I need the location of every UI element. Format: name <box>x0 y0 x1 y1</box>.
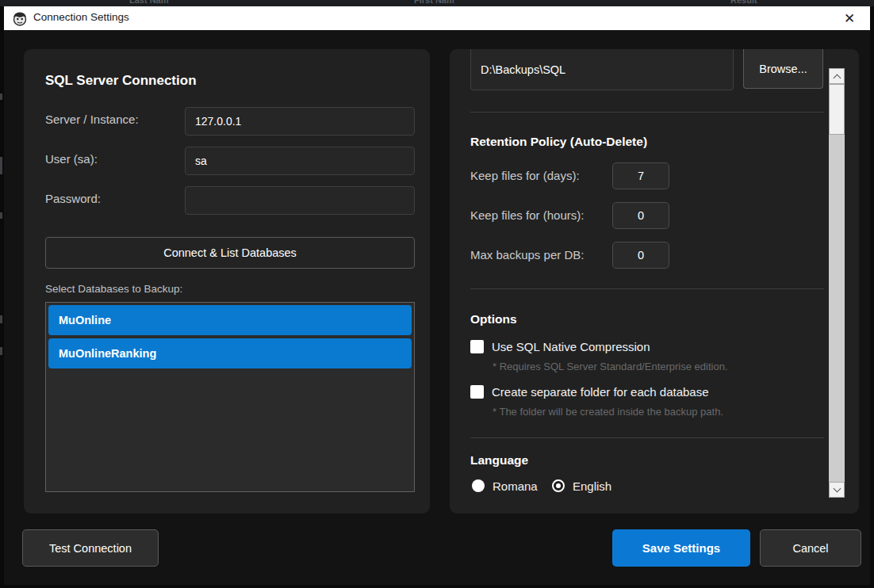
separate-folder-note: * The folder will be created inside the … <box>493 406 723 418</box>
language-heading: Language <box>470 453 528 468</box>
keep-days-input[interactable]: 7 <box>612 162 669 189</box>
compression-note: * Requires SQL Server Standard/Enterpris… <box>493 361 728 372</box>
keep-hours-label: Keep files for (hours): <box>470 208 584 222</box>
test-connection-button[interactable]: Test Connection <box>22 529 159 567</box>
backup-path-input[interactable] <box>470 49 734 90</box>
keep-hours-input[interactable]: 0 <box>612 202 669 229</box>
close-icon[interactable]: ✕ <box>838 8 861 29</box>
cancel-button[interactable]: Cancel <box>760 529 861 567</box>
radio-english-label: English <box>573 479 611 493</box>
database-list-label: Select Databases to Backup: <box>45 283 182 295</box>
window-edge-artifact <box>0 94 2 100</box>
window-title: Connection Settings <box>33 11 129 23</box>
background-window-strip: Last Nam First Nam Result <box>0 0 874 6</box>
window-edge-artifact <box>0 347 2 355</box>
max-backups-label: Max backups per DB: <box>470 248 584 262</box>
radio-romana[interactable] <box>472 479 485 492</box>
scroll-down-button[interactable] <box>829 482 845 498</box>
password-label: Password: <box>45 192 101 205</box>
app-icon <box>11 10 29 27</box>
compression-checkbox[interactable] <box>470 340 484 353</box>
password-input[interactable] <box>185 186 415 215</box>
options-heading: Options <box>470 312 517 326</box>
backup-settings-panel: Browse... Retention Policy (Auto-Delete)… <box>450 49 859 514</box>
database-list-item-selected[interactable]: MuOnlineRanking <box>48 338 412 368</box>
window-edge-artifact <box>0 212 2 219</box>
separate-folder-label: Create separate folder for each database <box>492 385 709 399</box>
panel-heading: SQL Server Connection <box>45 73 197 89</box>
connect-list-databases-button[interactable]: Connect & List Databases <box>45 237 415 269</box>
radio-dot <box>556 483 561 488</box>
dialog-body: SQL Server Connection Server / Instance:… <box>4 30 870 585</box>
keep-days-label: Keep files for (days): <box>470 169 580 182</box>
window-edge-artifact <box>0 315 2 323</box>
background-column-header: Result <box>730 0 757 5</box>
chevron-down-icon <box>833 484 841 492</box>
window-edge-artifact <box>0 157 2 174</box>
connection-settings-window: Last Nam First Nam Result Connection Set… <box>0 0 874 588</box>
save-settings-button[interactable]: Save Settings <box>612 529 750 567</box>
chevron-up-icon <box>833 74 841 82</box>
sql-connection-panel: SQL Server Connection Server / Instance:… <box>24 49 430 514</box>
server-input[interactable] <box>185 107 415 136</box>
server-label: Server / Instance: <box>45 113 139 126</box>
background-column-header: Last Nam <box>129 0 169 5</box>
retention-heading: Retention Policy (Auto-Delete) <box>470 135 647 149</box>
scroll-up-button[interactable] <box>829 68 845 84</box>
database-list-item-selected[interactable]: MuOnline <box>48 305 412 335</box>
scrollbar-thumb[interactable] <box>829 84 845 135</box>
browse-button[interactable]: Browse... <box>743 49 823 89</box>
radio-english-selected[interactable] <box>552 479 565 492</box>
user-input[interactable] <box>185 147 415 175</box>
radio-romana-label: Romana <box>493 479 538 493</box>
separator <box>470 112 824 113</box>
separator <box>470 288 824 289</box>
background-column-header: First Nam <box>414 0 454 5</box>
database-listbox[interactable]: MuOnline MuOnlineRanking <box>45 302 415 492</box>
vertical-scrollbar[interactable] <box>829 68 845 498</box>
separator <box>470 437 824 438</box>
compression-label: Use SQL Native Compression <box>492 340 650 353</box>
titlebar: Connection Settings ✕ <box>4 6 870 30</box>
separate-folder-checkbox[interactable] <box>470 385 484 399</box>
max-backups-input[interactable]: 0 <box>612 242 669 269</box>
user-label: User (sa): <box>45 152 98 166</box>
